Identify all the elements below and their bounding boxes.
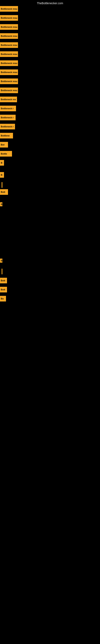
bar-label-21: B bbox=[1, 203, 2, 206]
bar-label-13: Bottleneck r bbox=[1, 126, 14, 128]
bar-item-line-19 bbox=[1, 182, 2, 188]
bar-item-18: B bbox=[0, 172, 4, 178]
bar-label-22: B bbox=[1, 260, 2, 262]
bar-item-20: Bott bbox=[0, 189, 8, 195]
bar-item-11: Bottleneck r bbox=[0, 106, 16, 111]
bar-item-21: B bbox=[0, 202, 2, 206]
bar-label-20: Bott bbox=[1, 191, 5, 193]
bar-label-15: Bot bbox=[1, 144, 4, 146]
bar-item-0: Bottleneck resu bbox=[0, 6, 18, 12]
bar-item-14: Bottlene bbox=[0, 133, 13, 138]
bar-label-7: Bottleneck resu bbox=[1, 71, 17, 74]
bar-item-10: Bottleneck res bbox=[0, 96, 17, 102]
bar-label-16: Bottle bbox=[1, 152, 7, 155]
bar-label-24: Bott bbox=[1, 279, 5, 282]
bar-item-4: Bottleneck resu bbox=[0, 42, 18, 48]
bar-label-18: B bbox=[1, 174, 2, 176]
bar-label-11: Bottleneck r bbox=[1, 107, 14, 110]
site-title: TheBottlenecker.com bbox=[0, 2, 100, 5]
bar-item-line-23 bbox=[1, 269, 2, 274]
bar-label-2: Bottleneck resu bbox=[1, 26, 17, 28]
bar-item-24: Bott bbox=[0, 278, 7, 283]
bar-item-9: Bottleneck resu bbox=[0, 88, 18, 93]
bar-item-25: Bott bbox=[0, 287, 7, 292]
bar-label-12: Bottleneck r bbox=[1, 116, 14, 119]
bar-item-13: Bottleneck r bbox=[0, 124, 15, 130]
bar-item-15: Bot bbox=[0, 142, 8, 148]
bar-item-7: Bottleneck resu bbox=[0, 70, 18, 75]
bar-item-3: Bottleneck resu bbox=[0, 33, 18, 39]
bar-item-17: B bbox=[0, 160, 4, 166]
bar-label-0: Bottleneck resu bbox=[1, 8, 17, 10]
bar-label-9: Bottleneck resu bbox=[1, 89, 17, 92]
bar-item-8: Bottleneck resu bbox=[0, 78, 18, 84]
bar-label-5: Bottleneck resu bbox=[1, 53, 17, 55]
bar-label-17: B bbox=[1, 162, 2, 164]
bar-item-6: Bottleneck resu bbox=[0, 60, 18, 66]
bar-label-10: Bottleneck res bbox=[1, 98, 16, 100]
bar-label-4: Bottleneck resu bbox=[1, 44, 17, 46]
bar-item-26: Bo bbox=[0, 296, 6, 302]
bar-label-8: Bottleneck resu bbox=[1, 80, 17, 82]
bar-label-3: Bottleneck resu bbox=[1, 35, 17, 37]
bar-item-5: Bottleneck resu bbox=[0, 51, 18, 57]
bar-item-12: Bottleneck r bbox=[0, 115, 16, 120]
bar-label-25: Bott bbox=[1, 288, 5, 291]
bar-label-6: Bottleneck resu bbox=[1, 62, 17, 64]
bar-label-1: Bottleneck resu bbox=[1, 17, 17, 19]
bar-label-14: Bottlene bbox=[1, 134, 10, 137]
bar-item-1: Bottleneck resu bbox=[0, 15, 18, 21]
bar-item-22: B bbox=[0, 258, 2, 263]
bar-item-16: Bottle bbox=[0, 151, 12, 156]
bar-label-26: Bo bbox=[1, 298, 4, 300]
bar-item-2: Bottleneck resu bbox=[0, 24, 18, 30]
